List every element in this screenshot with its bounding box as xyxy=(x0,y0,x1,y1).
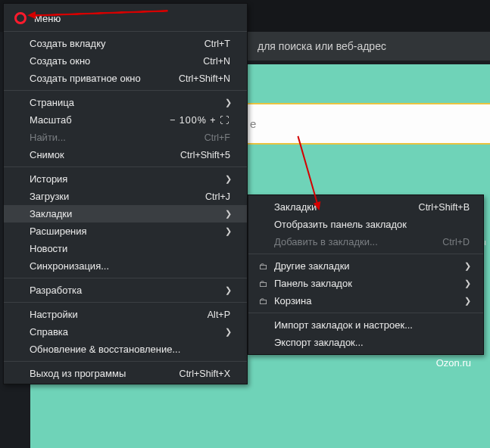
opera-icon xyxy=(14,12,27,24)
menu-find: Найти...Ctrl+F xyxy=(4,129,247,146)
menu-new-tab[interactable]: Создать вкладкуCtrl+T xyxy=(4,35,247,52)
folder-icon: 🗀 xyxy=(259,278,274,289)
chevron-right-icon: ❯ xyxy=(225,98,230,107)
menu-title: Меню xyxy=(34,13,61,24)
menu-settings[interactable]: НастройкиAlt+P xyxy=(4,306,247,323)
chevron-right-icon: ❯ xyxy=(225,285,230,295)
menu-exit[interactable]: Выход из программыCtrl+Shift+X xyxy=(4,365,247,382)
search-hint-fragment: e xyxy=(250,117,256,130)
chevron-right-icon: ❯ xyxy=(225,226,230,236)
chevron-right-icon: ❯ xyxy=(464,261,470,271)
menu-new-private-window[interactable]: Создать приватное окноCtrl+Shift+N xyxy=(4,70,247,87)
submenu-bookmarks[interactable]: ЗакладкиCtrl+Shift+B xyxy=(248,198,483,216)
menu-history[interactable]: История❯ xyxy=(4,170,247,188)
menu-developer[interactable]: Разработка❯ xyxy=(4,282,247,299)
menu-update-recovery[interactable]: Обновление & восстановление... xyxy=(4,341,247,358)
menu-snapshot[interactable]: СнимокCtrl+Shift+5 xyxy=(4,146,247,163)
submenu-export-bookmarks[interactable]: Экспорт закладок... xyxy=(248,334,483,351)
address-placeholder-fragment: для поиска или веб-адрес xyxy=(257,40,386,52)
menu-page[interactable]: Страница❯ xyxy=(4,94,247,111)
chevron-right-icon: ❯ xyxy=(225,327,230,337)
menu-sync[interactable]: Синхронизация... xyxy=(4,257,247,275)
menu-zoom[interactable]: Масштаб− 100% + ⛶ xyxy=(4,111,247,129)
zoom-controls[interactable]: − 100% + ⛶ xyxy=(170,115,230,126)
menu-extensions[interactable]: Расширения❯ xyxy=(4,222,247,240)
submenu-trash[interactable]: 🗀Корзина❯ xyxy=(248,292,483,310)
folder-icon: 🗀 xyxy=(259,261,274,272)
tile-caption-ozon: Ozon.ru xyxy=(436,357,471,369)
menu-downloads[interactable]: ЗагрузкиCtrl+J xyxy=(4,188,247,205)
menu-news[interactable]: Новости xyxy=(4,240,247,257)
main-menu: Меню Создать вкладкуCtrl+T Создать окноC… xyxy=(3,3,248,384)
folder-icon: 🗀 xyxy=(259,296,274,306)
submenu-add-bookmark: Добавить в закладки...Ctrl+D xyxy=(248,233,483,250)
chevron-right-icon: ❯ xyxy=(464,278,470,288)
submenu-bookmarks-bar[interactable]: 🗀Панель закладок❯ xyxy=(248,275,483,292)
submenu-show-bookmarks-bar[interactable]: Отобразить панель закладок xyxy=(248,216,483,233)
menu-header: Меню xyxy=(4,8,247,28)
menu-bookmarks[interactable]: Закладки❯ xyxy=(4,205,247,222)
menu-new-window[interactable]: Создать окноCtrl+N xyxy=(4,52,247,70)
chevron-right-icon: ❯ xyxy=(225,209,230,219)
bookmarks-submenu: ЗакладкиCtrl+Shift+B Отобразить панель з… xyxy=(248,194,484,355)
menu-help[interactable]: Справка❯ xyxy=(4,323,247,341)
chevron-right-icon: ❯ xyxy=(464,296,470,306)
submenu-import-bookmarks[interactable]: Импорт закладок и настроек... xyxy=(248,316,483,334)
submenu-other-bookmarks[interactable]: 🗀Другие закладки❯ xyxy=(248,257,483,275)
chevron-right-icon: ❯ xyxy=(225,174,230,184)
